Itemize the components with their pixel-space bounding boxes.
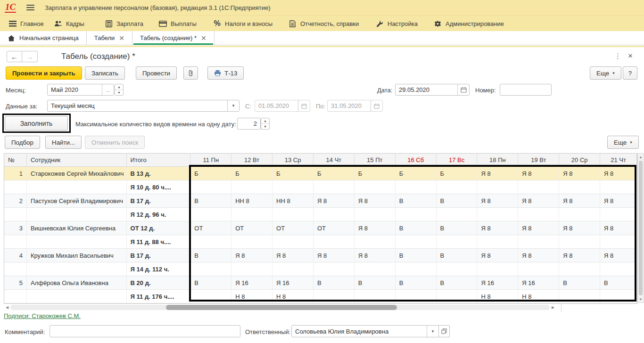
table-row-3-line1[interactable]: 3Вишневская Юлия СергеевнаОТ 12 д.ОТОТОТ… xyxy=(4,221,637,235)
day-cell[interactable] xyxy=(396,290,437,303)
spin-up-icon[interactable]: ▲ xyxy=(261,118,269,124)
day-cell[interactable] xyxy=(518,208,559,221)
total-cell[interactable]: В 17 д. xyxy=(127,194,191,207)
day-cell[interactable] xyxy=(600,290,637,303)
day-cell[interactable]: Б xyxy=(231,167,272,180)
more-button-top[interactable]: Еще▾ xyxy=(590,66,621,80)
month-spinner[interactable]: ▲▼ xyxy=(115,84,124,96)
day-cell[interactable] xyxy=(396,180,437,194)
day-cell[interactable] xyxy=(355,208,396,221)
employee-cell[interactable]: Старокожев Сергей Михайлович xyxy=(27,167,127,180)
total-cell[interactable]: В 20 д. xyxy=(127,276,191,289)
post-and-close-button[interactable]: Провести и закрыть xyxy=(6,66,82,80)
day-cell[interactable] xyxy=(600,180,637,194)
horizontal-scrollbar[interactable]: ◀ ▶ xyxy=(4,304,556,311)
day-cell[interactable] xyxy=(355,180,396,194)
menu-item-salary[interactable]: Зарплата xyxy=(105,16,143,32)
total-cell[interactable]: В 13 д. xyxy=(127,167,191,180)
day-cell[interactable]: Б xyxy=(437,167,478,180)
signatures-link[interactable]: Подписи: Старокожев С.М. xyxy=(4,312,81,319)
table-row-3-line2[interactable]: Я 11 д. 88 ч.... xyxy=(4,235,637,249)
day-cell[interactable]: ОТ xyxy=(190,221,231,235)
day-cell[interactable]: В xyxy=(190,194,231,207)
day-cell[interactable]: В xyxy=(396,194,437,207)
max-time-types-spinner[interactable]: ▲▼ xyxy=(261,118,270,130)
day-cell[interactable]: В xyxy=(437,194,478,207)
day-cell[interactable]: ОТ xyxy=(272,221,314,235)
day-cell[interactable]: Я 8 xyxy=(272,249,314,262)
number-input[interactable] xyxy=(500,84,552,96)
day-cell[interactable] xyxy=(355,290,396,303)
calendar-icon[interactable] xyxy=(457,84,469,95)
day-cell[interactable]: ОТ xyxy=(231,221,272,235)
spin-down-icon[interactable]: ▼ xyxy=(261,124,269,129)
day-cell[interactable] xyxy=(190,208,231,221)
hamburger-icon[interactable] xyxy=(26,3,34,12)
table-row-4-line1[interactable]: 4Кружков Михаил ВасильевичВ 17 д.ВЯ 8Я 8… xyxy=(4,249,637,262)
day-cell[interactable]: Я 8 xyxy=(518,194,559,207)
day-cell[interactable]: Б xyxy=(190,167,231,180)
day-cell[interactable]: Я 16 xyxy=(477,276,518,289)
day-cell[interactable]: Н 8 xyxy=(272,290,314,303)
fill-button[interactable]: Заполнить xyxy=(5,116,68,131)
menu-item-payments[interactable]: Выплаты xyxy=(159,16,197,32)
day-cell[interactable]: В xyxy=(437,276,478,289)
day-cell[interactable] xyxy=(559,180,600,194)
day-cell[interactable]: Б xyxy=(355,167,396,180)
day-cell[interactable]: Я 8 xyxy=(518,249,559,262)
attachment-button[interactable] xyxy=(183,66,198,80)
spin-up-icon[interactable]: ▲ xyxy=(115,84,123,90)
day-cell[interactable]: Б xyxy=(396,167,437,180)
day-cell[interactable]: В xyxy=(190,249,231,262)
day-cell[interactable] xyxy=(231,262,272,276)
total-cell[interactable]: Я 11 д. 176 ч.... xyxy=(127,290,191,303)
menu-item-settings[interactable]: Настройка xyxy=(376,16,418,32)
day-cell[interactable] xyxy=(477,208,518,221)
day-cell[interactable] xyxy=(518,235,559,248)
day-cell[interactable] xyxy=(272,262,314,276)
day-cell[interactable]: Я 8 xyxy=(518,167,559,180)
column-header-9[interactable]: 17 Вс xyxy=(437,154,478,166)
day-cell[interactable]: Я 8 xyxy=(355,194,396,207)
day-cell[interactable] xyxy=(396,262,437,276)
row-number-cell[interactable] xyxy=(4,180,27,194)
column-header-8[interactable]: 16 Сб xyxy=(396,154,437,166)
day-cell[interactable]: Я 8 xyxy=(355,221,396,235)
column-header-2[interactable]: Итого xyxy=(127,154,191,166)
day-cell[interactable] xyxy=(314,290,355,303)
row-number-cell[interactable] xyxy=(4,262,27,276)
day-cell[interactable]: Н 8 xyxy=(231,290,272,303)
column-header-1[interactable]: Сотрудник xyxy=(27,154,127,166)
day-cell[interactable]: В xyxy=(559,276,600,289)
day-cell[interactable]: В xyxy=(355,276,396,289)
day-cell[interactable] xyxy=(396,235,437,248)
day-cell[interactable] xyxy=(190,262,231,276)
tab-close-icon[interactable]: ✕ xyxy=(201,35,206,41)
day-cell[interactable] xyxy=(314,235,355,248)
open-responsible-button[interactable] xyxy=(439,325,450,337)
month-input[interactable]: Май 2020 ... xyxy=(47,84,114,96)
day-cell[interactable]: Я 8 xyxy=(600,221,637,235)
employee-cell[interactable] xyxy=(27,262,127,276)
horizontal-scroll-thumb[interactable] xyxy=(166,305,397,310)
day-cell[interactable] xyxy=(314,180,355,194)
menu-item-admin[interactable]: Администрирование xyxy=(434,16,504,32)
day-cell[interactable]: Я 8 xyxy=(231,249,272,262)
total-cell[interactable]: Я 14 д. 112 ч. xyxy=(127,262,191,276)
day-cell[interactable] xyxy=(190,180,231,194)
scroll-up-icon[interactable]: ▲ xyxy=(638,154,644,160)
scroll-down-icon[interactable]: ▼ xyxy=(638,296,644,302)
day-cell[interactable] xyxy=(559,235,600,248)
menu-item-main[interactable]: Главное xyxy=(8,16,44,32)
employee-cell[interactable] xyxy=(27,208,127,221)
day-cell[interactable]: Я 8 xyxy=(355,249,396,262)
responsible-select[interactable]: Соловьева Юлия Владимировна ▾ xyxy=(291,325,439,337)
day-cell[interactable]: Я 16 xyxy=(231,276,272,289)
table-row-2-line2[interactable]: Я 12 д. 96 ч. xyxy=(4,208,637,221)
form-more-menu-icon[interactable]: ⋮ xyxy=(614,52,621,60)
day-cell[interactable] xyxy=(314,262,355,276)
day-cell[interactable] xyxy=(231,208,272,221)
tab-tabel-new[interactable]: Табель (создание) *✕ xyxy=(132,31,215,45)
table-row-5-line2[interactable]: Я 11 д. 176 ч....Н 8Н 8Н 8Н 8 xyxy=(4,290,637,303)
column-header-0[interactable]: № xyxy=(4,154,27,166)
